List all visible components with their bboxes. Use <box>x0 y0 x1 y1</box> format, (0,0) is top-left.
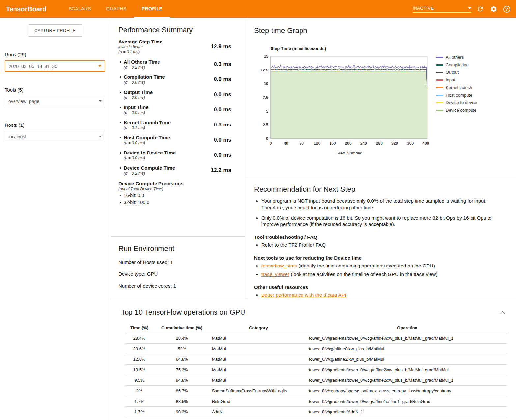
main-content: Performance Summary Average Step Time lo… <box>110 18 516 420</box>
recommendation-bullet: Your program is NOT input-bound because … <box>261 198 507 211</box>
cumulative-cell: 28.4% <box>154 333 210 344</box>
capture-profile-button[interactable]: CAPTURE PROFILE <box>28 24 82 37</box>
legend-swatch <box>436 110 443 111</box>
metric-value: 0.0 ms <box>214 91 231 98</box>
svg-text:Step Number: Step Number <box>336 151 362 155</box>
hosts-label: Hosts (1) <box>5 122 105 128</box>
recommendation-title: Recommendation for Next Step <box>254 185 507 194</box>
metric-sigma: (σ = 0.0 ms) <box>124 95 153 100</box>
operation-cell: tower_0/v/gradients/tower_0/v/cg/affine0… <box>307 333 507 344</box>
svg-text:0: 0 <box>266 136 268 141</box>
time-cell: 1.7% <box>125 396 154 407</box>
tab-profile[interactable]: PROFILE <box>134 0 170 18</box>
perf-metric-left: •Output Time(σ = 0.0 ms) <box>118 89 153 100</box>
metric-label: Device Compute Time <box>124 165 175 171</box>
time-cell: 1.7% <box>125 417 154 420</box>
column-header[interactable]: Time (%) <box>125 323 154 333</box>
top-ops-table: Time (%)Cumulative time (%)CategoryOpera… <box>125 323 507 420</box>
tools-dropdown[interactable]: overview_page <box>5 96 105 107</box>
refresh-icon[interactable] <box>476 5 484 13</box>
legend-item: Device compute <box>436 108 477 113</box>
svg-text:15: 15 <box>264 54 269 59</box>
perf-metric-left: •Device to Device Time(σ = 0.0 ms) <box>118 150 176 160</box>
operation-cell: tower_0/v/gradients/AddN_1 <box>307 407 507 417</box>
perf-metric-left: •Compilation Time(σ = 0.0 ms) <box>118 74 165 85</box>
metric-label: Host Compute Time <box>124 135 170 140</box>
help-icon[interactable]: ? <box>503 5 511 13</box>
chevron-down-icon <box>99 100 102 102</box>
runs-dropdown[interactable]: 2020_03_05_18_31_35 <box>5 60 105 72</box>
cumulative-cell: 52% <box>154 344 210 354</box>
legend-swatch <box>436 95 443 96</box>
svg-text:5: 5 <box>266 109 268 114</box>
svg-text:240: 240 <box>360 141 367 146</box>
performance-column: Performance Summary Average Step Time lo… <box>110 18 245 299</box>
tools-dropdown-value: overview_page <box>8 99 39 104</box>
step-time-graph-card: Step-time Graph Step Time (in millisecon… <box>245 18 516 177</box>
legend-label: Kernel launch <box>446 85 472 90</box>
gear-icon[interactable] <box>490 5 498 13</box>
metric-value: 12.2 ms <box>211 167 231 174</box>
top-ops-header: Top 10 TensorFlow operations on GPU <box>121 308 508 317</box>
svg-text:40: 40 <box>284 141 288 146</box>
svg-text:200: 200 <box>345 141 352 146</box>
top-ops-section: Top 10 TensorFlow operations on GPU Time… <box>110 299 516 420</box>
env-line: Number of device cores: 1 <box>118 283 237 289</box>
chart-legend: All othersCompilationOutputInputKernel l… <box>436 55 477 159</box>
bullet-icon: • <box>118 200 124 205</box>
column-header[interactable]: Category <box>210 323 307 333</box>
cumulative-cell: 64.8% <box>154 354 210 365</box>
legend-swatch <box>436 57 443 58</box>
chevron-up-icon[interactable] <box>498 308 508 317</box>
tab-graphs[interactable]: GRAPHS <box>99 0 134 18</box>
metric-sigma: (σ = 0.0 ms) <box>124 110 149 115</box>
perf-metric: •Compilation Time(σ = 0.0 ms)0.0 ms <box>118 74 237 85</box>
help-icon-glyph: ? <box>503 6 510 13</box>
legend-swatch <box>436 102 443 103</box>
operation-cell: tower_0/v/gradients/tower_0/v/cg/affine2… <box>307 365 507 375</box>
svg-text:0: 0 <box>270 141 272 146</box>
metric-label: Output Time <box>124 89 153 95</box>
other-resources-header: Other useful resources <box>254 284 507 290</box>
faq-list: Refer to the TF2 Profiler FAQ <box>261 242 507 248</box>
step-time-chart: Step Time (in milliseconds) 02.557.51012… <box>256 46 507 159</box>
tensorflow_stats-link[interactable]: tensorflow_stats <box>261 263 297 268</box>
status-dropdown-value: INACTIVE <box>413 6 434 11</box>
right-column: Step-time Graph Step Time (in millisecon… <box>245 18 516 299</box>
column-header[interactable]: Cumulative time (%) <box>154 323 210 333</box>
perf-metric: •All Others Time(σ = 0.2 ms)0.3 ms <box>118 59 237 70</box>
metric-value: 0.0 ms <box>214 76 231 83</box>
tfdata-api-link[interactable]: Better performance with the tf.data API <box>261 292 346 298</box>
cumulative-cell: 86.7% <box>154 386 210 396</box>
run-environment-lines: Number of Hosts used: 1Device type: GPUN… <box>118 259 237 289</box>
tool-item: tensorflow_stats (identify the time-cons… <box>261 263 507 269</box>
bullet-icon: • <box>118 135 124 145</box>
metric-sigma: (σ = 0.1 ms) <box>118 50 162 54</box>
legend-label: Host compute <box>446 93 472 98</box>
perf-metric-text: Kernel Launch Time(σ = 0.1 ms) <box>124 120 171 130</box>
table-row: 1.7%91.9%ApplyGradientDescentappend_appl… <box>125 417 507 420</box>
operation-cell: tower_0/v/cg/affine0/xw_plus_b/MatMul <box>307 344 507 354</box>
metric-label: Device to Device Time <box>124 150 176 155</box>
tab-scalars[interactable]: SCALARS <box>61 0 99 18</box>
metric-sigma: (σ = 0.0 ms) <box>124 141 170 145</box>
metric-label: All Others Time <box>124 59 160 65</box>
status-dropdown[interactable]: INACTIVE <box>413 6 471 13</box>
category-cell: AddN <box>210 407 307 417</box>
svg-text:320: 320 <box>391 141 398 146</box>
metric-label: Kernel Launch Time <box>124 120 171 125</box>
column-header[interactable]: Operation <box>307 323 507 333</box>
chevron-down-icon <box>468 7 471 9</box>
bullet-icon: • <box>118 150 124 160</box>
sidebar: CAPTURE PROFILE Runs (29) 2020_03_05_18_… <box>0 18 110 420</box>
legend-item: All others <box>436 55 477 60</box>
hosts-dropdown[interactable]: localhost <box>5 131 105 142</box>
trace_viewer-link[interactable]: trace_viewer <box>261 271 289 277</box>
next-tools-header: Next tools to use for reducing the Devic… <box>254 255 507 261</box>
table-row: 9.5%84.8%MatMultower_0/v/gradients/tower… <box>125 375 507 386</box>
category-cell: MatMul <box>210 365 307 375</box>
table-row: 1.7%90.2%AddNtower_0/v/gradients/AddN_1 <box>125 407 507 417</box>
precision-item: •32-bit: 100.0 <box>118 200 237 205</box>
runs-dropdown-value: 2020_03_05_18_31_35 <box>9 64 57 69</box>
tool-desc: (identify the time-consuming operations … <box>297 263 435 268</box>
